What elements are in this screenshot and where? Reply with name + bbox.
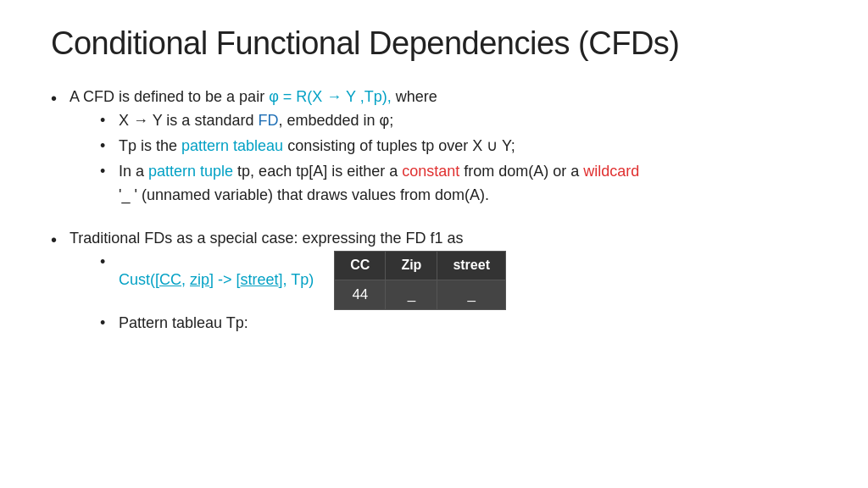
slide-content: • A CFD is defined to be a pair φ = R(X … xyxy=(51,86,817,337)
sub-dot-2: • xyxy=(100,135,119,158)
bullet-2-sub-1: • Cust([CC, zip] -> [street], Tp) CC Zip… xyxy=(100,251,817,310)
bullet-dot-1: • xyxy=(51,86,70,112)
sub-dot-4: • xyxy=(100,251,119,274)
bullet-1-text-normal-1: A CFD is defined to be a pair xyxy=(70,88,269,105)
bullet-dot-2: • xyxy=(51,227,70,253)
bullet-1: • A CFD is defined to be a pair φ = R(X … xyxy=(51,86,817,208)
sub-dot-3: • xyxy=(100,160,119,184)
table-cell-zip: _ xyxy=(386,280,437,310)
sub-2-text: Tp is the pattern tableau consisting of … xyxy=(119,135,817,158)
sub-dot-1: • xyxy=(100,109,119,133)
bullet-1-text: A CFD is defined to be a pair φ = R(X → … xyxy=(70,86,817,208)
bullet-1-sub-1: • X → Y is a standard FD, embedded in φ; xyxy=(100,109,817,133)
bullet-2-sub-2: • Pattern tableau Tp: xyxy=(100,312,817,336)
cust-func: Cust([CC, zip] -> [street], Tp) xyxy=(119,271,314,288)
sub-1-text: X → Y is a standard FD, embedded in φ; xyxy=(119,109,817,133)
sub-dot-5: • xyxy=(100,312,119,336)
bullet-1-text-normal-2: where xyxy=(392,88,437,105)
bullet-1-sub-2: • Tp is the pattern tableau consisting o… xyxy=(100,135,817,158)
sub-3-text: In a pattern tuple tp, each tp[A] is eit… xyxy=(119,160,817,208)
bullet-2: • Traditional FDs as a special case: exp… xyxy=(51,227,817,337)
table-header-street: street xyxy=(437,252,506,280)
table-header-cc: CC xyxy=(335,252,386,280)
table-cell-cc: 44 xyxy=(335,280,386,310)
sub-5-text: Pattern tableau Tp: xyxy=(119,312,817,336)
slide-container: Conditional Functional Dependencies (CFD… xyxy=(51,25,817,337)
pattern-table: CC Zip street 44 _ _ xyxy=(334,251,506,310)
bullet-1-sub-3: • In a pattern tuple tp, each tp[A] is e… xyxy=(100,160,817,208)
slide-title: Conditional Functional Dependencies (CFD… xyxy=(51,25,817,62)
bullet-2-text: Traditional FDs as a special case: expre… xyxy=(70,227,817,337)
bullet-1-text-cyan: φ = R(X → Y ,Tp), xyxy=(269,88,392,105)
table-header-zip: Zip xyxy=(386,252,437,280)
table-row: 44 _ _ xyxy=(335,280,506,310)
table-cell-street: _ xyxy=(437,280,506,310)
sub-4-text: Cust([CC, zip] -> [street], Tp) CC Zip s… xyxy=(119,251,817,310)
